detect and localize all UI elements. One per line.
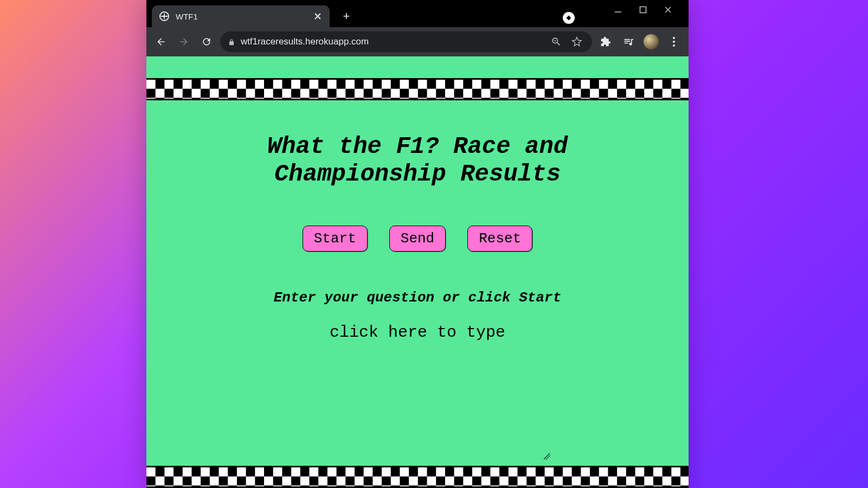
globe-icon <box>159 11 169 21</box>
svg-rect-1 <box>640 7 646 13</box>
browser-toolbar: wtf1raceresults.herokuapp.com <box>146 27 689 56</box>
browser-menu-button[interactable] <box>665 33 683 51</box>
window-controls <box>613 0 689 20</box>
textarea-resize-grip-icon[interactable] <box>544 453 550 460</box>
action-button-row: Start Send Reset <box>303 226 532 252</box>
new-tab-button[interactable]: + <box>337 7 356 25</box>
page-title: What the F1? Race and Championship Resul… <box>179 133 656 188</box>
bookmark-star-icon[interactable] <box>569 34 584 49</box>
titlebar: WTF1 + <box>146 0 689 27</box>
tab-strip: WTF1 + <box>146 0 356 27</box>
close-window-button[interactable] <box>663 4 673 15</box>
prompt-text: Enter your question or click Start <box>274 290 562 306</box>
close-tab-button[interactable] <box>313 12 322 21</box>
reload-button[interactable] <box>197 33 216 51</box>
address-url: wtf1raceresults.herokuapp.com <box>241 36 543 47</box>
lock-icon <box>228 38 235 46</box>
media-control-button[interactable] <box>619 33 638 51</box>
profile-avatar[interactable] <box>642 33 660 51</box>
minimize-button[interactable] <box>613 4 623 15</box>
extensions-button[interactable] <box>596 33 615 51</box>
kebab-icon <box>673 37 675 47</box>
send-button[interactable]: Send <box>389 226 446 252</box>
question-input[interactable] <box>281 322 554 406</box>
account-indicator-icon[interactable] <box>563 12 575 24</box>
checkered-banner-bottom <box>146 466 689 488</box>
page-viewport: What the F1? Race and Championship Resul… <box>146 56 689 488</box>
tab-title: WTF1 <box>176 12 307 21</box>
reset-button[interactable]: Reset <box>467 226 532 252</box>
zoom-out-icon[interactable] <box>549 34 564 49</box>
maximize-button[interactable] <box>638 4 648 15</box>
browser-window: WTF1 + wtf1raceresults.hero <box>146 0 689 488</box>
close-icon <box>314 12 322 20</box>
checkered-banner-top <box>146 78 689 100</box>
forward-button[interactable] <box>175 33 193 51</box>
start-button[interactable]: Start <box>303 226 368 252</box>
browser-tab[interactable]: WTF1 <box>152 5 330 27</box>
address-bar[interactable]: wtf1raceresults.herokuapp.com <box>220 31 592 52</box>
back-button[interactable] <box>152 33 170 51</box>
avatar-icon <box>644 34 659 49</box>
